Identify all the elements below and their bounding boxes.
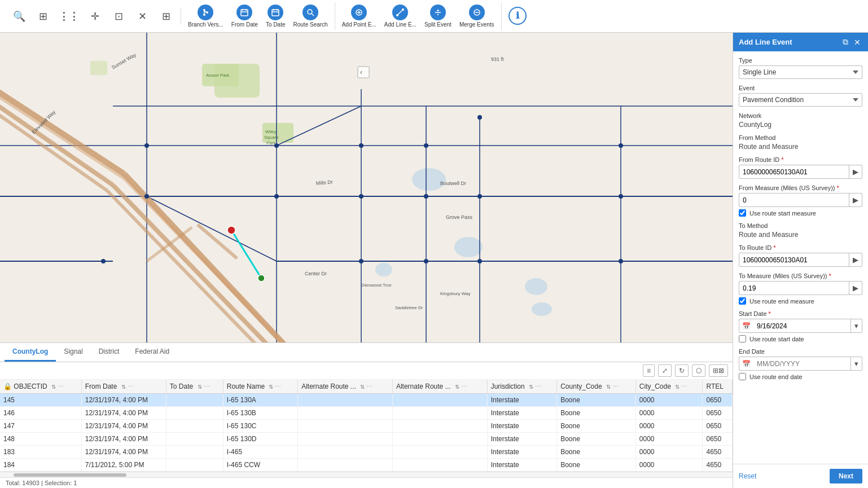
split-event-button[interactable]: Split Event (421, 2, 455, 30)
to-measure-input[interactable] (739, 282, 849, 294)
type-select[interactable]: Single LineMultiple Lines (739, 65, 862, 79)
table-expand-button[interactable]: ⤢ (658, 364, 672, 377)
to-date-button[interactable]: To Date (262, 2, 288, 30)
svg-point-19 (396, 14, 398, 16)
tab-signal[interactable]: Signal (56, 343, 90, 362)
menu-route-name[interactable]: ⋯ (275, 383, 281, 390)
svg-text:Wiley: Wiley (265, 129, 277, 134)
select2-tool[interactable]: ⊡ (107, 8, 130, 25)
from-measure-nav[interactable]: ▶ (849, 194, 862, 206)
sort-alt1[interactable]: ⇅ (360, 384, 365, 390)
add-point-event-button[interactable]: Add Point E... (339, 2, 380, 30)
from-measure-label: From Measure (Miles (US Survey)) * (739, 184, 862, 191)
sort-jurisdiction[interactable]: ⇅ (529, 384, 533, 390)
sort-objectid[interactable]: ⇅ (51, 384, 56, 390)
from-route-id-nav[interactable]: ▶ (849, 165, 862, 178)
panel-restore-button[interactable]: ⧉ (841, 37, 850, 47)
table-row[interactable]: 14812/31/1974, 4:00 PMI-65 130DInterstat… (0, 433, 733, 446)
table-filter-button[interactable]: ≡ (643, 364, 655, 377)
grid-tool[interactable]: ⋮⋮ (55, 8, 82, 25)
event-select[interactable]: Pavement Condition (739, 93, 862, 107)
col-header-rtel: RTEL (703, 380, 733, 394)
table-row[interactable]: 18312/31/1974, 4:00 PMI-465InterstateBoo… (0, 446, 733, 459)
col-header-objectid: 🔒 OBJECTID ⇅ ⋯ (0, 380, 81, 394)
network-value: CountyLog (739, 121, 862, 129)
layers-tool[interactable]: ⊞ (32, 8, 54, 25)
sort-county[interactable]: ⇅ (606, 384, 611, 390)
table-export-button[interactable]: ⬡ (692, 364, 705, 377)
use-end-measure-label: Use route end measure (749, 298, 814, 305)
table-row[interactable]: 14512/31/1974, 4:00 PMI-65 130AInterstat… (0, 394, 733, 407)
start-date-label: Start Date * (739, 310, 862, 317)
clear-tool[interactable]: ✕ (131, 8, 154, 25)
table-view-toggle-button[interactable]: ⊞⊠ (709, 364, 728, 377)
sort-from-date[interactable]: ⇅ (121, 384, 126, 390)
panel-header: Add Line Event ⧉ ✕ (733, 33, 868, 51)
route-search-button[interactable]: Route Search (290, 2, 331, 30)
menu-to-date[interactable]: ⋯ (204, 383, 210, 390)
start-date-input[interactable] (753, 320, 851, 332)
sort-city[interactable]: ⇅ (675, 384, 680, 390)
to-measure-nav[interactable]: ▶ (849, 282, 862, 294)
use-end-measure-row: Use route end measure (739, 297, 862, 305)
end-date-input-row: 📅 ▾ (739, 357, 862, 371)
svg-text:Anson Park: Anson Park (206, 73, 230, 78)
branch-vers-button[interactable]: Branch Vers... (185, 2, 227, 30)
svg-point-66 (227, 226, 235, 234)
tab-district[interactable]: District (91, 343, 128, 362)
sort-alt2[interactable]: ⇅ (455, 384, 459, 390)
svg-text:Center Dr: Center Dr (305, 271, 327, 276)
network-label: Network (739, 112, 862, 119)
menu-from-date[interactable]: ⋯ (128, 383, 134, 390)
end-date-input[interactable] (753, 358, 851, 370)
col-header-route-name: Route Name ⇅ ⋯ (223, 380, 297, 394)
from-method-label: From Method (739, 134, 862, 141)
to-route-id-nav[interactable]: ▶ (849, 253, 862, 266)
tabs-bar: CountyLog Signal District Federal Aid (0, 343, 733, 362)
use-start-date-checkbox[interactable] (739, 335, 746, 342)
panel-body: Type Single LineMultiple Lines Event Pav… (733, 51, 868, 464)
svg-text:Kingsbury Way: Kingsbury Way (440, 291, 471, 296)
next-button[interactable]: Next (830, 469, 862, 483)
svg-text:Saddletree Dr: Saddletree Dr (395, 305, 423, 310)
tab-federal-aid[interactable]: Federal Aid (127, 343, 177, 362)
reset-button[interactable]: Reset (739, 472, 756, 480)
map-container[interactable]: Wiley Square Park Anson Park (0, 33, 733, 488)
tab-countylog[interactable]: CountyLog (5, 343, 56, 362)
table-row[interactable]: 1847/11/2012, 5:00 PMI-465 CCWInterstate… (0, 459, 733, 472)
scrollbar-thumb[interactable] (14, 473, 126, 477)
start-date-dropdown[interactable]: ▾ (851, 319, 862, 332)
menu-county[interactable]: ⋯ (612, 383, 619, 390)
from-date-button[interactable]: From Date (228, 2, 261, 30)
to-route-id-input[interactable] (739, 254, 849, 266)
use-start-measure-checkbox[interactable] (739, 209, 746, 217)
table-row[interactable]: 14612/31/1974, 4:00 PMI-65 130BInterstat… (0, 407, 733, 420)
menu-city[interactable]: ⋯ (681, 383, 687, 390)
map-view[interactable]: Wiley Square Park Anson Park (0, 33, 733, 342)
info-button[interactable]: ℹ (505, 5, 530, 28)
from-measure-input[interactable] (739, 194, 849, 206)
menu-alt1[interactable]: ⋯ (366, 383, 372, 390)
sort-route-name[interactable]: ⇅ (269, 384, 273, 390)
table-row[interactable]: 14712/31/1974, 4:00 PMI-65 130CInterstat… (0, 420, 733, 433)
use-end-measure-checkbox[interactable] (739, 297, 746, 305)
add-line-event-button[interactable]: Add Line E... (381, 2, 420, 30)
toolbar: 🔍 ⊞ ⋮⋮ ✛ ⊡ ✕ ⊞ Branch Vers... (0, 0, 868, 33)
panel-close-button[interactable]: ✕ (852, 37, 862, 47)
use-end-date-checkbox[interactable] (739, 373, 746, 380)
col-header-county-code: County_Code ⇅ ⋯ (557, 380, 636, 394)
select-tool[interactable]: ✛ (84, 8, 106, 25)
horizontal-scrollbar[interactable] (0, 472, 733, 477)
end-date-dropdown[interactable]: ▾ (851, 357, 862, 370)
sort-to-date[interactable]: ⇅ (198, 384, 202, 390)
menu-objectid[interactable]: ⋯ (58, 383, 64, 390)
svg-point-93 (144, 143, 149, 148)
menu-alt2[interactable]: ⋯ (461, 383, 467, 390)
table-refresh-button[interactable]: ↻ (675, 364, 689, 377)
menu-jurisdiction[interactable]: ⋯ (535, 383, 541, 390)
merge-events-button[interactable]: Merge Events (456, 2, 498, 30)
more-tool[interactable]: ⊞ (155, 8, 177, 25)
svg-point-87 (424, 143, 428, 148)
from-route-id-input[interactable] (739, 166, 849, 178)
search-tool[interactable]: 🔍 (8, 8, 30, 25)
